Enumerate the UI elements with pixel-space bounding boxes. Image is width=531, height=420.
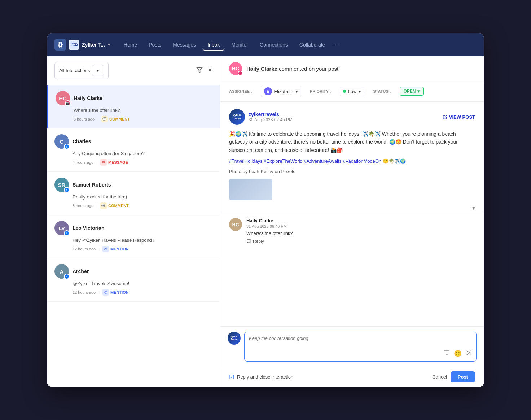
interaction-meta: 4 hours ago | ✉ MESSAGE [73,159,213,166]
type-label: MENTION [110,247,129,251]
item-header: LV f Leo Victorian [54,221,213,235]
close-panel-button[interactable] [207,67,213,74]
view-post-link[interactable]: VIEW POST [443,114,475,120]
contact-name: Leo Victorian [73,225,104,231]
nav-home[interactable]: Home [119,39,142,51]
avatar: C f [54,134,69,149]
post-body: 🎉🌍✈️ It's time to celebrate the upcoming… [229,130,475,154]
emoji-button[interactable]: 🙂 [454,349,462,358]
right-header: HC Haily Clarke commented on your post [220,56,484,81]
assignee-bar: ASSIGNEE : E Elizabeth ▾ PRIORITY : Low … [220,81,484,102]
svg-point-3 [61,44,62,45]
collapse-button[interactable]: ▾ [472,205,475,211]
interaction-meta: 12 hours ago | @ MENTION [73,289,213,296]
nav-messages[interactable]: Messages [168,39,201,51]
svg-line-8 [59,45,60,46]
priority-value: Low [348,89,357,94]
filter-dropdown[interactable]: All Interactions ▾ [54,62,109,79]
contact-name: Samuel Roberts [73,182,111,188]
reply-button[interactable]: Reply [246,239,475,244]
post-button[interactable]: Post [451,371,475,382]
contact-name: Haily Clarke [74,95,102,101]
reply-close-option: ☑ Reply and close interaction [229,373,293,380]
post-author: Zylker Trave zylkertravels 30 Aug 2023 0… [229,109,293,125]
nav-logo[interactable]: Zylker Trave Zylker T... ▾ [54,39,110,51]
nav-links: Home Posts Messages Inbox Monitor Connec… [119,39,477,51]
item-header: A f Archer [54,264,213,279]
post-image-placeholder [229,179,272,200]
left-panel: All Interactions ▾ [47,56,220,387]
interaction-time: 8 hours ago [73,204,93,208]
assignee-dropdown[interactable]: E Elizabeth ▾ [261,86,301,97]
nav-collaborate[interactable]: Collaborate [294,39,330,51]
right-panel: HC Haily Clarke commented on your post A… [220,56,484,387]
interaction-message: Hey @Zylker Travels Please Respond ! [73,237,213,243]
header-actions [196,67,213,75]
facebook-badge: f [64,187,70,193]
list-item[interactable]: LV f Leo Victorian Hey @Zylker Travels P… [47,215,220,258]
svg-marker-14 [197,67,202,73]
nav-more-icon[interactable]: ··· [333,41,338,49]
comment-item: HC Haily Clarke 31 Aug 2023 06:46 PM Whe… [229,218,475,244]
priority-chevron: ▾ [359,89,361,94]
comment-text: Where's the offer link? [246,231,475,236]
priority-dropdown[interactable]: Low ▾ [340,87,365,96]
assignee-name: Elizabeth [274,89,293,94]
text-format-button[interactable] [444,349,450,358]
item-header: HC 📷 Haily Clarke [56,91,213,105]
post-photo-credit: Photo by Leah Kelley on Pexels [229,169,475,174]
message-type-icon: ✉ [100,159,107,166]
priority-label: PRIORITY : [310,89,331,93]
assignee-chevron: ▾ [295,89,298,94]
interaction-message: Any Ongoing offers for Singapore? [73,151,213,156]
post-author-name[interactable]: zylkertravels [249,111,293,117]
list-item[interactable]: A f Archer @Zylker Travels Awesome! 12 h… [47,258,220,302]
svg-line-17 [445,115,447,117]
reply-input[interactable] [249,336,472,346]
post-header: Zylker Trave zylkertravels 30 Aug 2023 0… [229,109,475,125]
interaction-meta: 3 hours ago | 💬 COMMENT [74,116,213,122]
cancel-button[interactable]: Cancel [432,374,447,380]
reply-label: Reply [253,239,264,244]
interaction-time: 4 hours ago [73,160,93,165]
interaction-type: 💬 COMMENT [101,116,130,122]
brand-name: Zylker T... [82,42,105,48]
status-dropdown[interactable]: OPEN ▾ [400,87,424,96]
action-bar: ☑ Reply and close interaction Cancel Pos… [220,367,484,387]
brand-chevron[interactable]: ▾ [108,42,110,47]
post-hashtags: #TravelHolidays #ExploreTheWorld #Advent… [229,158,475,164]
check-icon[interactable]: ☑ [229,373,234,380]
list-item[interactable]: HC 📷 Haily Clarke Where's the offer link… [47,85,220,128]
post-content-area: Zylker Trave zylkertravels 30 Aug 2023 0… [220,102,484,326]
interaction-type: ✉ MESSAGE [100,159,128,166]
reply-toolbar: 🙂 [249,349,472,358]
nav-monitor[interactable]: Monitor [226,39,253,51]
filter-label: All Interactions [59,68,90,73]
nav-connections[interactable]: Connections [255,39,293,51]
interaction-time: 3 hours ago [74,117,95,121]
nav-inbox[interactable]: Inbox [202,39,225,51]
assignee-label: ASSIGNEE : [229,89,252,93]
left-header: All Interactions ▾ [47,56,220,85]
interaction-type: 💬 COMMENT [100,202,129,209]
post-card: Zylker Trave zylkertravels 30 Aug 2023 0… [220,102,484,212]
type-label: MENTION [110,290,129,294]
post-author-avatar: Zylker Trave [229,109,245,125]
reply-avatar: Zylker Trave [228,332,241,345]
image-button[interactable] [465,349,472,358]
action-buttons: Cancel Post [432,371,475,382]
nav-posts[interactable]: Posts [144,39,166,51]
notification-avatar: HC [229,62,242,75]
status-chevron: ▾ [417,89,420,94]
list-item[interactable]: C f Charles Any Ongoing offers for Singa… [47,128,220,172]
mention-type-icon: @ [102,246,109,252]
filter-icon-button[interactable] [196,67,203,75]
list-item[interactable]: SR f Samuel Roberts Really excited for t… [47,172,220,215]
interaction-message: Where's the offer link? [74,108,213,113]
svg-point-4 [59,46,60,47]
contact-name: Charles [73,139,91,144]
reply-input-container: 🙂 [244,332,477,362]
item-header: SR f Samuel Roberts [54,178,213,192]
status-label: STATUS : [373,89,391,93]
interaction-message: Really excited for the trip:) [73,194,213,200]
